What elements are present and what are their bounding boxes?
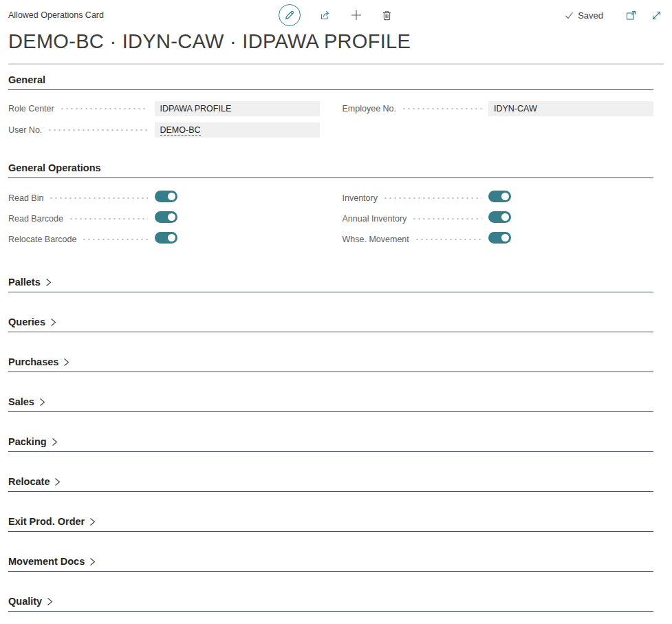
toggle-knob [501, 234, 509, 241]
toggle-knob [168, 193, 175, 200]
user-no-drilldown-link[interactable]: DEMO-BC [160, 125, 201, 136]
fasttab-packing-label: Packing [8, 436, 47, 447]
role-center-label: Role Center [8, 104, 54, 114]
dotted-leader [402, 108, 481, 109]
plus-icon [350, 9, 362, 21]
fasttab-queries-header[interactable]: Queries [8, 316, 653, 332]
chevron-right-icon [47, 597, 53, 606]
employee-no-input[interactable]: IDYN-CAW [488, 101, 653, 116]
breadcrumb[interactable]: Allowed Operations Card [8, 10, 279, 20]
fasttab-sales-header[interactable]: Sales [8, 396, 653, 412]
fasttab-general-operations: General Operations Read Bin Inventory Re… [8, 162, 653, 245]
field-employee-no: Employee No. IDYN-CAW [343, 101, 654, 116]
dotted-leader [49, 197, 147, 199]
user-no-input[interactable]: DEMO-BC [155, 122, 320, 138]
fasttab-relocate-header[interactable]: Relocate [8, 476, 653, 492]
fasttab-exit-prod-order: Exit Prod. Order [8, 516, 653, 532]
fasttab-movement-docs-label: Movement Docs [8, 556, 85, 567]
whse-movement-label: Whse. Movement [343, 235, 409, 244]
fasttab-packing: Packing [8, 436, 653, 452]
annual-inventory-toggle[interactable] [488, 211, 511, 223]
toggle-row-read-barcode: Read Barcode [8, 213, 320, 224]
fasttab-exit-prod-order-header[interactable]: Exit Prod. Order [8, 516, 653, 532]
toggle-row-whse-movement: Whse. Movement [343, 233, 654, 245]
dotted-leader [412, 218, 481, 219]
expand-diagonal-icon [651, 10, 662, 21]
dotted-leader [415, 239, 481, 240]
dotted-leader [69, 218, 148, 219]
fasttab-general: General Role Center IDPAWA PROFILE Emplo… [8, 74, 653, 138]
dotted-leader [383, 197, 481, 199]
fasttab-purchases-label: Purchases [8, 356, 58, 367]
employee-no-value: IDYN-CAW [494, 104, 537, 114]
top-command-bar: Allowed Operations Card [0, 0, 672, 28]
action-buttons [279, 4, 393, 26]
toggle-row-relocate-barcode: Relocate Barcode [8, 233, 320, 245]
field-user-no: User No. DEMO-BC [8, 122, 320, 138]
dotted-leader [60, 108, 148, 109]
chevron-right-icon [50, 318, 56, 327]
read-barcode-toggle[interactable] [155, 211, 177, 223]
trash-icon [381, 10, 393, 21]
page-title: DEMO-BC · IDYN-CAW · IDPAWA PROFILE [8, 30, 664, 53]
fasttab-quality: Quality [8, 596, 653, 612]
fasttab-packing-header[interactable]: Packing [8, 436, 653, 452]
edit-button[interactable] [279, 4, 301, 26]
expand-button[interactable] [651, 10, 662, 21]
fasttab-pallets: Pallets [8, 277, 653, 292]
delete-button[interactable] [381, 10, 393, 21]
chevron-right-icon [89, 557, 96, 566]
fasttab-queries-label: Queries [8, 316, 45, 327]
whse-movement-toggle[interactable] [488, 232, 511, 244]
inventory-label: Inventory [343, 193, 378, 203]
read-barcode-label: Read Barcode [8, 214, 63, 224]
fasttab-general-operations-label: General Operations [8, 162, 101, 173]
fasttab-relocate-label: Relocate [8, 476, 50, 487]
fasttab-queries: Queries [8, 316, 653, 332]
fasttab-movement-docs-header[interactable]: Movement Docs [8, 556, 653, 572]
toggle-row-read-bin: Read Bin [8, 192, 320, 204]
chevron-right-icon [63, 358, 69, 367]
annual-inventory-label: Annual Inventory [343, 214, 407, 224]
general-field-grid: Role Center IDPAWA PROFILE Employee No. … [8, 101, 653, 138]
save-status-area: Saved [393, 10, 663, 21]
dotted-leader [82, 239, 147, 240]
toggle-row-annual-inventory: Annual Inventory [343, 213, 654, 224]
fasttab-general-operations-header[interactable]: General Operations [8, 162, 653, 178]
fasttab-general-header[interactable]: General [8, 74, 653, 90]
read-bin-label: Read Bin [8, 193, 43, 203]
share-button[interactable] [319, 9, 332, 21]
fasttab-purchases-header[interactable]: Purchases [8, 356, 653, 372]
general-operations-toggle-grid: Read Bin Inventory Read Barcode Annual I… [8, 192, 653, 245]
fasttab-quality-header[interactable]: Quality [8, 596, 653, 612]
inventory-toggle[interactable] [488, 191, 511, 202]
fasttab-sales: Sales [8, 396, 653, 412]
fasttab-movement-docs: Movement Docs [8, 556, 653, 572]
pencil-icon [283, 10, 295, 21]
card-content: General Role Center IDPAWA PROFILE Emplo… [0, 65, 672, 612]
user-no-label: User No. [8, 125, 42, 135]
popout-button[interactable] [625, 10, 637, 21]
chevron-right-icon [89, 517, 96, 526]
fasttab-pallets-header[interactable]: Pallets [8, 277, 653, 292]
chevron-right-icon [54, 477, 61, 486]
fasttab-general-label: General [8, 74, 45, 85]
toggle-knob [168, 234, 175, 241]
chevron-right-icon [39, 398, 45, 407]
fasttab-sales-label: Sales [8, 396, 34, 407]
read-bin-toggle[interactable] [155, 191, 177, 202]
fasttab-purchases: Purchases [8, 356, 653, 372]
relocate-barcode-toggle[interactable] [155, 232, 177, 244]
toggle-knob [501, 193, 509, 200]
check-icon [565, 11, 574, 20]
role-center-input[interactable]: IDPAWA PROFILE [155, 101, 320, 116]
toggle-row-inventory: Inventory [343, 192, 654, 204]
chevron-right-icon [52, 438, 58, 447]
fasttab-pallets-label: Pallets [8, 277, 41, 288]
role-center-value: IDPAWA PROFILE [160, 104, 232, 114]
field-role-center: Role Center IDPAWA PROFILE [8, 101, 320, 116]
toggle-knob [168, 213, 175, 221]
fasttab-relocate: Relocate [8, 476, 653, 492]
new-button[interactable] [350, 9, 362, 21]
relocate-barcode-label: Relocate Barcode [8, 235, 76, 244]
